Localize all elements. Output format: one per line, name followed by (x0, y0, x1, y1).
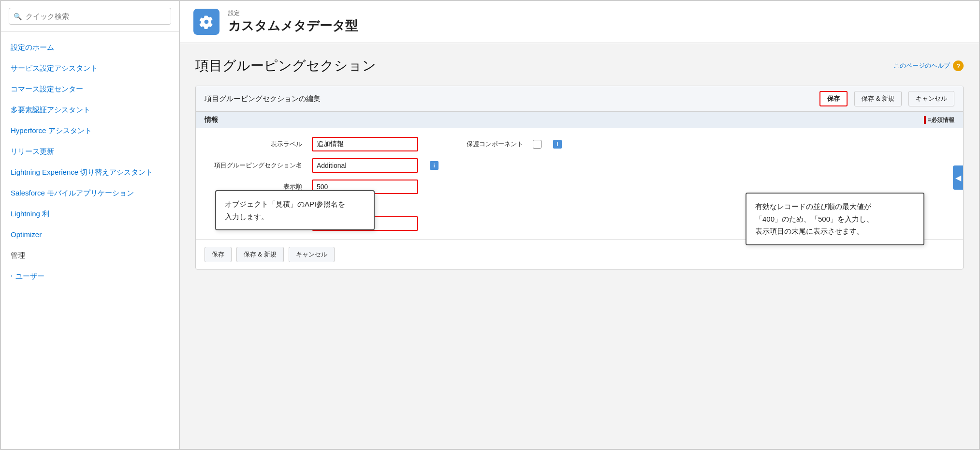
page-header: 設定 カスタムメタデータ型 (180, 1, 979, 43)
sidebar-item-salesforce-mobile[interactable]: Salesforce モバイルアプリケーション (1, 182, 179, 203)
section-title-row: 項目グルーピングセクション このページのヘルプ ? (195, 57, 964, 75)
header-text: 設定 カスタムメタデータ型 (228, 9, 358, 34)
protection-info-icon[interactable]: i (553, 140, 562, 149)
edit-panel: 項目グルーピングセクションの編集 保存 保存 & 新規 キャンセル 情報 =必須… (195, 86, 964, 270)
tooltip-left-line2: 入力します。 (225, 210, 365, 223)
tooltip-right-line2: 「400」のため、「500」を入力し、 (755, 213, 915, 225)
sidebar-item-mfa[interactable]: 多要素認証アシスタント (1, 99, 179, 120)
help-link-text: このページのヘルプ (893, 61, 950, 70)
sidebar-item-service[interactable]: サービス設定アシスタント (1, 58, 179, 78)
cancel-button-top[interactable]: キャンセル (908, 91, 954, 106)
help-link[interactable]: このページのヘルプ ? (893, 60, 964, 71)
sidebar-item-admin[interactable]: 管理 (1, 245, 179, 266)
display-label-input[interactable] (312, 137, 418, 151)
sidebar-item-lightning-switch[interactable]: Lightning Experience 切り替えアシスタント (1, 162, 179, 182)
section-name-label: 項目グルーピングセクション名 (210, 161, 302, 170)
edit-panel-header: 項目グルーピングセクションの編集 保存 保存 & 新規 キャンセル (196, 86, 963, 112)
save-button[interactable]: 保存 (819, 91, 848, 106)
content-area: 項目グルーピングセクション このページのヘルプ ? 項目グルーピングセクションの… (180, 43, 979, 449)
save-button-footer[interactable]: 保存 (205, 247, 232, 262)
tooltip-left-line1: オブジェクト「見積」のAPI参照名を (225, 198, 365, 210)
form-row-section-name: 項目グルーピングセクション名 i (210, 158, 949, 173)
tooltip-left: オブジェクト「見積」のAPI参照名を 入力します。 (215, 190, 375, 230)
sidebar-search-area: 🔍 (1, 1, 179, 32)
form-row-display-label: 表示ラベル 保護コンポーネント i (210, 137, 949, 151)
sidebar-item-commerce[interactable]: コマース設定センター (1, 78, 179, 99)
collapse-arrow[interactable]: ◀ (953, 165, 964, 190)
cancel-button-footer[interactable]: キャンセル (289, 247, 335, 262)
sidebar-item-hyperforce[interactable]: Hyperforce アシスタント (1, 120, 179, 141)
section-title: 項目グルーピングセクション (195, 57, 376, 75)
search-icon: 🔍 (14, 13, 22, 20)
protection-label: 保護コンポーネント (467, 140, 523, 149)
protection-group: 保護コンポーネント i (467, 140, 562, 149)
help-icon: ? (953, 60, 964, 71)
info-section-header: 情報 =必須情報 (196, 112, 963, 128)
sidebar-item-optimizer[interactable]: Optimizer (1, 224, 179, 245)
sidebar-nav: 設定のホーム サービス設定アシスタント コマース設定センター 多要素認証アシスタ… (1, 32, 179, 450)
sidebar-item-home[interactable]: 設定のホーム (1, 37, 179, 58)
gear-icon (199, 15, 214, 29)
collapse-arrow-icon: ◀ (955, 173, 961, 182)
sidebar: 🔍 設定のホーム サービス設定アシスタント コマース設定センター 多要素認証アシ… (1, 1, 180, 450)
page-icon (193, 9, 219, 35)
save-new-button-footer[interactable]: 保存 & 新規 (236, 247, 284, 262)
info-section-label: 情報 (205, 116, 218, 124)
sidebar-item-lightning-ri[interactable]: Lightning 利 (1, 203, 179, 224)
required-legend: =必須情報 (924, 116, 954, 124)
header-title: カスタムメタデータ型 (228, 17, 358, 34)
section-name-input[interactable] (312, 158, 418, 173)
header-subtitle: 設定 (228, 9, 358, 17)
tooltip-right-line1: 有効なレコードの並び順の最大値が (755, 200, 915, 213)
main-content: 設定 カスタムメタデータ型 項目グルーピングセクション このページのヘルプ ? … (180, 1, 979, 449)
tooltip-right: 有効なレコードの並び順の最大値が 「400」のため、「500」を入力し、 表示項… (746, 193, 924, 245)
protection-checkbox[interactable] (533, 140, 541, 149)
section-name-info-icon[interactable]: i (430, 161, 439, 170)
sidebar-item-release[interactable]: リリース更新 (1, 141, 179, 162)
search-input[interactable] (9, 8, 171, 25)
expand-arrow-icon: › (11, 272, 13, 280)
required-text: =必須情報 (928, 116, 954, 124)
tooltip-right-line3: 表示項目の末尾に表示させます。 (755, 225, 915, 238)
required-bar (924, 116, 926, 124)
edit-panel-title: 項目グルーピングセクションの編集 (205, 94, 813, 104)
sidebar-item-users[interactable]: › ユーザー (1, 266, 179, 286)
display-label-label: 表示ラベル (210, 140, 302, 149)
save-new-button[interactable]: 保存 & 新規 (854, 91, 902, 106)
